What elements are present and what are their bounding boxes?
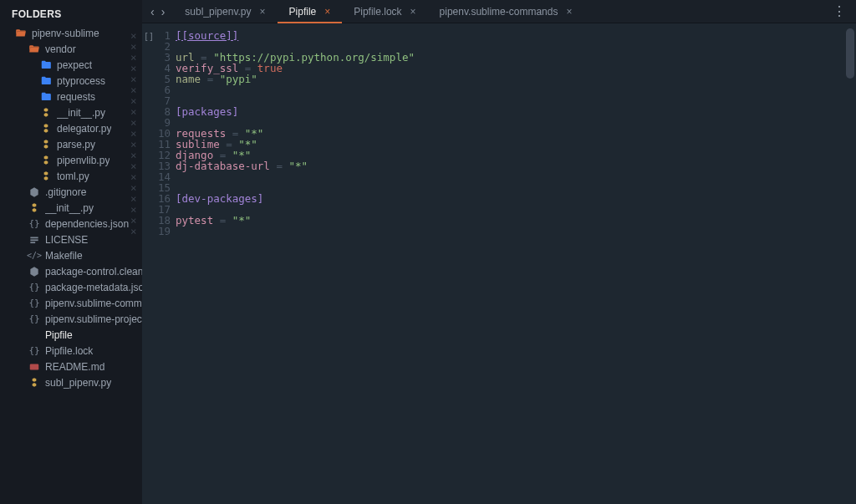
tree-item-label: Pipfile.lock: [45, 345, 93, 357]
code-area[interactable]: [[source]]url = "https://pypi.python.org…: [176, 23, 415, 504]
file-item[interactable]: package-control.clean: [0, 263, 142, 279]
file-item[interactable]: LICENSE: [0, 232, 142, 247]
tab-label: subl_pipenv.py: [185, 6, 251, 18]
file-item[interactable]: {}Pipfile.lock: [0, 343, 142, 359]
tree-item-label: package-control.clean: [45, 266, 142, 277]
folder-item[interactable]: requests: [0, 89, 142, 104]
tab[interactable]: pipenv.sublime-commands×: [428, 0, 584, 23]
python-file-icon: [28, 202, 40, 214]
tab[interactable]: Pipfile.lock×: [342, 0, 427, 23]
code-line[interactable]: name = "pypi": [176, 74, 415, 84]
file-item[interactable]: README.md: [0, 359, 142, 374]
code-line[interactable]: pytest = "*": [176, 215, 415, 226]
tab[interactable]: subl_pipenv.py×: [173, 0, 277, 23]
tree-item-label: __init__.py: [45, 202, 94, 214]
file-tree: pipenv-sublimevendorpexpectptyprocessreq…: [0, 25, 142, 390]
python-file-icon: [40, 171, 52, 182]
nav-forward-icon[interactable]: ›: [161, 5, 166, 18]
gutter: [] 12345678910111213141516171819: [142, 23, 176, 504]
makefile-icon: </>: [28, 250, 40, 262]
file-item[interactable]: {}package-metadata.json: [0, 279, 142, 295]
folder-icon: [40, 75, 52, 87]
close-icon[interactable]: ×: [324, 6, 330, 18]
file-item[interactable]: __init__.py: [0, 104, 142, 120]
code-line[interactable]: [packages]: [176, 106, 415, 117]
json-file-icon: {}: [28, 218, 40, 230]
file-item[interactable]: parse.py: [0, 136, 142, 152]
tab-list: subl_pipenv.py×Pipfile×Pipfile.lock×pipe…: [173, 0, 583, 23]
svg-rect-2: [30, 242, 35, 243]
python-file-icon: [28, 377, 40, 389]
tree-item-label: ptyprocess: [57, 75, 105, 87]
json-file-icon: {}: [28, 313, 40, 325]
tree-item-label: Makefile: [45, 250, 83, 262]
tab-label: Pipfile.lock: [354, 6, 401, 18]
folder-item[interactable]: pexpect: [0, 57, 142, 73]
file-item[interactable]: toml.py: [0, 168, 142, 184]
code-line[interactable]: [dev-packages]: [176, 193, 415, 204]
python-file-icon: [40, 139, 52, 150]
file-item[interactable]: </>Makefile: [0, 247, 142, 263]
json-file-icon: {}: [28, 298, 40, 309]
python-file-icon: [40, 107, 52, 119]
close-icon[interactable]: ×: [260, 6, 266, 18]
python-file-icon: [40, 123, 52, 135]
file-item[interactable]: delegator.py: [0, 120, 142, 136]
tree-item-label: package-metadata.json: [45, 282, 142, 293]
file-item[interactable]: {}pipenv.sublime-commands: [0, 295, 142, 311]
tab-bar: ‹ › subl_pipenv.py×Pipfile×Pipfile.lock×…: [142, 0, 856, 23]
svg-rect-1: [30, 239, 38, 241]
json-file-icon: {}: [28, 345, 40, 357]
svg-rect-0: [30, 237, 38, 238]
tree-item-label: README.md: [45, 361, 104, 373]
more-icon[interactable]: ⋮: [823, 0, 856, 23]
json-file-icon: {}: [28, 282, 40, 293]
folder-item[interactable]: pipenv-sublime: [0, 25, 142, 41]
blank-file-icon: [28, 329, 40, 341]
file-item[interactable]: subl_pipenv.py: [0, 374, 142, 390]
file-item[interactable]: .gitignore: [0, 184, 142, 200]
tab-label: pipenv.sublime-commands: [440, 6, 558, 18]
folder-item[interactable]: ptyprocess: [0, 73, 142, 89]
generic-file-icon: [28, 186, 40, 198]
tree-item-label: requests: [57, 91, 95, 103]
folder-icon: [40, 59, 52, 71]
tab[interactable]: Pipfile×: [278, 0, 343, 23]
code-line[interactable]: dj-database-url = "*": [176, 160, 415, 171]
nav-back-icon[interactable]: ‹: [150, 5, 155, 18]
code-line[interactable]: [[source]]: [176, 30, 415, 41]
file-item[interactable]: Pipfile: [0, 327, 142, 343]
sidebar-title: FOLDERS: [0, 7, 142, 25]
tree-item-label: pipenv-sublime: [32, 28, 99, 39]
tree-item-label: pipenv.sublime-project: [45, 313, 142, 325]
tree-item-label: pipenvlib.py: [57, 155, 110, 166]
svg-rect-3: [30, 364, 39, 369]
editor[interactable]: [] 12345678910111213141516171819 [[sourc…: [142, 23, 856, 504]
tree-item-label: parse.py: [57, 139, 95, 150]
generic-file-icon: [28, 266, 40, 277]
tree-item-label: pipenv.sublime-commands: [45, 298, 142, 309]
python-file-icon: [40, 155, 52, 166]
close-icon[interactable]: ×: [410, 6, 416, 18]
code-line[interactable]: [176, 171, 415, 182]
code-line[interactable]: [176, 84, 415, 95]
tree-item-label: toml.py: [57, 171, 89, 182]
markdown-file-icon: [28, 361, 40, 373]
tree-item-label: dependencies.json: [45, 218, 129, 230]
file-item[interactable]: pipenvlib.py: [0, 152, 142, 168]
code-line[interactable]: [176, 226, 415, 237]
scrollbar[interactable]: [846, 28, 854, 79]
sidebar: FOLDERS pipenv-sublimevendorpexpectptypr…: [0, 0, 142, 504]
file-item[interactable]: {}dependencies.json: [0, 216, 142, 232]
folder-open-icon: [15, 28, 27, 39]
line-number: 19: [142, 226, 171, 237]
file-item[interactable]: __init__.py: [0, 200, 142, 216]
tree-item-label: subl_pipenv.py: [45, 377, 111, 389]
tree-item-label: LICENSE: [45, 234, 88, 246]
folder-item[interactable]: vendor: [0, 41, 142, 57]
license-file-icon: [28, 234, 40, 246]
tree-item-label: __init__.py: [57, 107, 105, 119]
file-item[interactable]: {}pipenv.sublime-project: [0, 311, 142, 327]
tab-nav-arrows: ‹ ›: [142, 0, 173, 23]
close-icon[interactable]: ×: [566, 6, 572, 18]
